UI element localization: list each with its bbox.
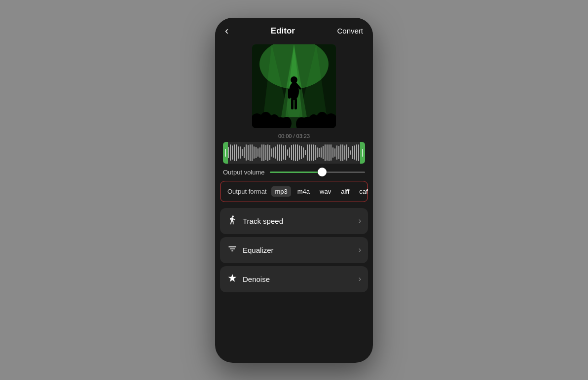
waveform-bar bbox=[307, 144, 308, 161]
waveform-container[interactable] bbox=[223, 142, 365, 164]
waveform-bar bbox=[240, 146, 241, 158]
waveform-bar bbox=[234, 144, 235, 161]
waveform-bar bbox=[248, 145, 249, 161]
waveform-bar bbox=[287, 149, 288, 156]
waveform-bar bbox=[289, 147, 290, 157]
waveform-bar bbox=[295, 144, 296, 161]
format-option-caf[interactable]: caf bbox=[356, 186, 371, 197]
waveform-bar bbox=[305, 150, 306, 156]
waveform-bar bbox=[230, 144, 231, 161]
waveform-track[interactable] bbox=[223, 142, 365, 164]
waveform-bar bbox=[291, 145, 292, 161]
waveform-bar bbox=[331, 144, 331, 160]
format-options: mp3m4awavaiffcaf bbox=[271, 186, 371, 197]
convert-button[interactable]: Convert bbox=[337, 27, 363, 35]
back-button[interactable]: ‹ bbox=[225, 26, 228, 36]
waveform-bar bbox=[319, 148, 320, 157]
waveform-bar bbox=[309, 144, 310, 161]
waveform-bar bbox=[356, 144, 357, 161]
waveform-bar bbox=[254, 146, 255, 159]
waveform-bar bbox=[348, 147, 349, 158]
waveform-bar bbox=[256, 147, 257, 159]
format-option-wav[interactable]: wav bbox=[316, 186, 334, 197]
format-option-m4a[interactable]: m4a bbox=[294, 186, 313, 197]
waveform-bar bbox=[263, 144, 264, 161]
waveform-bar bbox=[327, 144, 328, 160]
menu-item-label: Equalizer bbox=[243, 246, 359, 254]
waveform-bar bbox=[259, 147, 260, 158]
menu-item-denoise[interactable]: Denoise› bbox=[220, 266, 368, 292]
svg-rect-24 bbox=[252, 117, 336, 128]
waveform-bar bbox=[228, 147, 229, 158]
waveform-bar bbox=[313, 144, 314, 161]
waveform-bar bbox=[350, 150, 351, 155]
chevron-right-icon: › bbox=[359, 275, 361, 283]
waveform-bar bbox=[242, 149, 243, 157]
waveform-bar bbox=[342, 144, 343, 161]
waveform-bar bbox=[265, 145, 266, 160]
time-display: 00:00 / 03:23 bbox=[215, 133, 373, 139]
output-format-row: Output format mp3m4awavaiffcaf bbox=[220, 181, 368, 202]
volume-slider[interactable] bbox=[270, 172, 365, 173]
track-speed-icon bbox=[227, 215, 238, 227]
page-title: Editor bbox=[271, 26, 295, 36]
waveform-bar bbox=[244, 147, 245, 158]
volume-slider-thumb[interactable] bbox=[318, 168, 327, 176]
waveform-bar bbox=[283, 145, 284, 160]
waveform-bar bbox=[340, 144, 341, 161]
waveform-bar bbox=[252, 144, 253, 161]
waveform-bar bbox=[275, 146, 276, 158]
waveform-bar bbox=[317, 147, 318, 158]
menu-item-equalizer[interactable]: Equalizer› bbox=[220, 237, 368, 263]
waveform-bar bbox=[344, 145, 345, 160]
waveform-handle-left[interactable] bbox=[223, 142, 228, 164]
waveform-bar bbox=[285, 145, 286, 160]
waveform-bar bbox=[257, 148, 258, 156]
waveform-bar bbox=[352, 146, 353, 159]
waveform-bar bbox=[346, 144, 347, 160]
waveform-bar bbox=[311, 144, 312, 160]
album-art bbox=[252, 44, 336, 128]
waveform-bar bbox=[271, 148, 272, 156]
waveform-bar bbox=[323, 146, 324, 159]
waveform-bar bbox=[301, 146, 302, 159]
chevron-right-icon: › bbox=[359, 245, 361, 254]
waveform-handle-right[interactable] bbox=[360, 142, 365, 164]
svg-rect-8 bbox=[288, 89, 291, 99]
volume-row: Output volume bbox=[215, 169, 373, 176]
phone-container: ‹ Editor Convert bbox=[215, 18, 373, 363]
waveform-bar bbox=[338, 146, 339, 159]
menu-item-label: Track speed bbox=[243, 217, 359, 225]
svg-rect-10 bbox=[291, 99, 294, 109]
header: ‹ Editor Convert bbox=[215, 18, 373, 41]
menu-items: Track speed›Equalizer›Denoise› bbox=[215, 208, 373, 292]
format-option-aiff[interactable]: aiff bbox=[337, 186, 353, 197]
equalizer-icon bbox=[227, 244, 238, 256]
waveform-bar bbox=[273, 147, 274, 157]
chevron-right-icon: › bbox=[359, 216, 361, 225]
waveform-bar bbox=[354, 145, 355, 160]
waveform-bar bbox=[269, 145, 270, 161]
waveform-bar bbox=[246, 144, 247, 161]
menu-item-track-speed[interactable]: Track speed› bbox=[220, 208, 368, 234]
waveform-bar bbox=[315, 145, 316, 160]
svg-rect-25 bbox=[225, 149, 226, 157]
waveform-bar bbox=[267, 144, 268, 161]
waveform-bar bbox=[293, 144, 294, 160]
waveform-bar bbox=[299, 145, 300, 160]
waveform-bar bbox=[303, 147, 304, 157]
denoise-icon bbox=[227, 273, 238, 285]
menu-item-label: Denoise bbox=[243, 275, 359, 283]
waveform-bar bbox=[250, 144, 251, 161]
waveform-bar bbox=[325, 144, 326, 161]
waveform-bar bbox=[279, 144, 280, 161]
format-option-mp3[interactable]: mp3 bbox=[271, 186, 291, 197]
waveform-bar bbox=[232, 145, 233, 160]
waveform-bar bbox=[329, 144, 330, 161]
waveform-bar bbox=[336, 145, 337, 160]
waveform-bar bbox=[358, 144, 359, 161]
waveform-bar bbox=[321, 147, 322, 157]
waveform-bar bbox=[261, 144, 262, 161]
waveform-bar bbox=[334, 148, 335, 157]
volume-label: Output volume bbox=[223, 169, 265, 176]
